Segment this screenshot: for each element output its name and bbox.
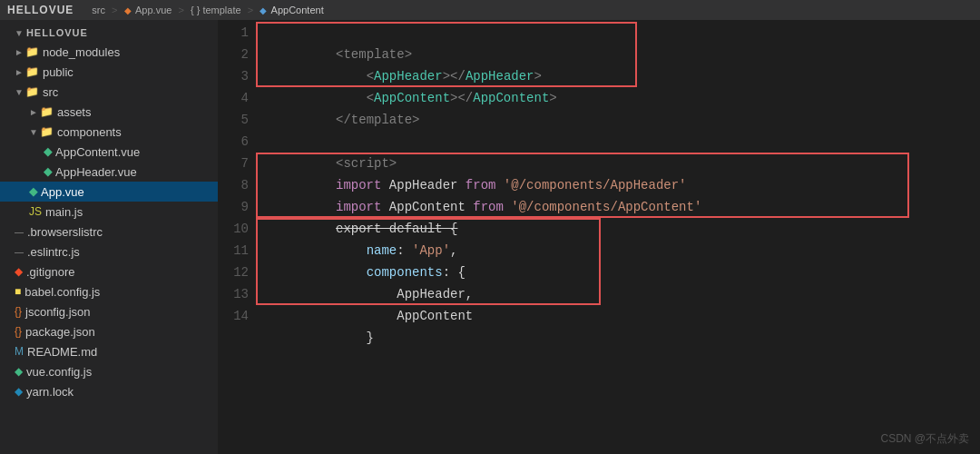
- sidebar-label: package.json: [25, 325, 95, 339]
- breadcrumb-src: src: [92, 5, 105, 15]
- sidebar-item-appcontent[interactable]: ◆ AppContent.vue: [0, 142, 218, 162]
- js-file-icon: JS: [29, 205, 42, 218]
- folder-icon: 📁: [40, 125, 54, 138]
- rc-file-icon: —: [15, 227, 24, 237]
- sidebar-item-hellovue[interactable]: ▼ HELLOVUE: [0, 24, 218, 42]
- code-line-4: </template>: [256, 87, 980, 109]
- vue-file-icon: ◆: [44, 145, 52, 158]
- git-file-icon: ◆: [15, 265, 23, 278]
- sidebar-label: vue.config.js: [26, 365, 92, 379]
- sidebar-item-babel-config[interactable]: ■ babel.config.js: [0, 281, 218, 301]
- json-file-icon: {}: [15, 305, 22, 318]
- expand-arrow: ▼: [29, 127, 38, 137]
- expand-arrow: ▼: [15, 28, 24, 38]
- vue-file-icon: ◆: [44, 165, 52, 178]
- breadcrumb-sep2: >: [178, 5, 186, 15]
- vue-file-icon: ◆: [29, 185, 37, 198]
- sidebar-label: README.md: [27, 345, 97, 359]
- sidebar-label: .browserslistrc: [27, 225, 103, 239]
- folder-icon: 📁: [25, 45, 39, 58]
- breadcrumb-template: { } template: [191, 5, 241, 15]
- code-line-13: AppContent: [256, 283, 980, 305]
- breadcrumb-sep1: >: [112, 5, 120, 15]
- sidebar-label: components: [57, 125, 122, 139]
- vue-icon: ◆: [124, 5, 132, 15]
- sidebar-label: yarn.lock: [26, 385, 74, 399]
- sidebar-label: main.js: [45, 205, 83, 219]
- sidebar-item-main-js[interactable]: JS main.js: [0, 202, 218, 222]
- folder-icon: 📁: [40, 105, 54, 118]
- breadcrumb-component: AppContent: [271, 5, 324, 15]
- json-file-icon: {}: [15, 325, 22, 338]
- code-line-6: <script>: [256, 131, 980, 153]
- sidebar-item-vue-config[interactable]: ◆ vue.config.js: [0, 361, 218, 381]
- watermark: CSDN @不点外卖: [880, 431, 969, 447]
- code-line-12: AppHeader,: [256, 262, 980, 283]
- sidebar-label: .gitignore: [26, 265, 74, 279]
- sidebar-label: assets: [57, 105, 92, 119]
- code-line-7: import AppHeader from '@/components/AppH…: [256, 153, 980, 174]
- code-line-5: [256, 109, 980, 131]
- code-line-11: components: {: [256, 240, 980, 262]
- component-icon: ◆: [260, 5, 267, 15]
- sidebar-label: .eslintrc.js: [27, 245, 80, 259]
- sidebar-item-node-modules[interactable]: ► 📁 node_modules: [0, 42, 218, 62]
- folder-icon: 📁: [25, 65, 39, 78]
- sidebar-item-yarn-lock[interactable]: ◆ yarn.lock: [0, 381, 218, 401]
- md-file-icon: M: [15, 345, 24, 358]
- sidebar-label: AppHeader.vue: [55, 165, 137, 179]
- code-line-8: import AppContent from '@/components/App…: [256, 174, 980, 196]
- code-line-3: <AppContent></AppContent>: [256, 65, 980, 87]
- collapse-arrow: ►: [15, 47, 24, 57]
- sidebar-label: babel.config.js: [24, 285, 100, 299]
- expand-arrow: ▼: [15, 87, 24, 97]
- vue-config-icon: ◆: [15, 365, 23, 378]
- sidebar-item-src[interactable]: ▼ 📁 src: [0, 82, 218, 102]
- editor-area: 1 2 3 4 5 6 7 8 9 10 11 12 13 14: [218, 20, 980, 454]
- sidebar-item-jsconfig[interactable]: {} jsconfig.json: [0, 301, 218, 321]
- sidebar-item-assets[interactable]: ► 📁 assets: [0, 102, 218, 122]
- sidebar-label: App.vue: [41, 185, 84, 199]
- line-numbers: 1 2 3 4 5 6 7 8 9 10 11 12 13 14: [218, 20, 256, 454]
- sidebar-label: src: [43, 85, 58, 99]
- titlebar: HELLOVUE src > ◆ App.vue > { } template …: [0, 0, 980, 20]
- sidebar-item-gitignore[interactable]: ◆ .gitignore: [0, 262, 218, 281]
- code-line-1: <template>: [256, 22, 980, 44]
- sidebar-item-public[interactable]: ► 📁 public: [0, 62, 218, 82]
- code-line-9: export default {: [256, 196, 980, 218]
- folder-icon: 📁: [25, 85, 39, 98]
- sidebar-item-app-vue[interactable]: ◆ App.vue: [0, 182, 218, 202]
- titlebar-title: HELLOVUE: [7, 4, 74, 16]
- collapse-arrow: ►: [29, 107, 38, 117]
- code-line-10: name: 'App',: [256, 218, 980, 240]
- sidebar-item-browserslistrc[interactable]: — .browserslistrc: [0, 222, 218, 242]
- sidebar: ▼ HELLOVUE ► 📁 node_modules ► 📁 public ▼…: [0, 20, 218, 454]
- sidebar-label: HELLOVUE: [26, 27, 88, 38]
- sidebar-item-eslintrc[interactable]: — .eslintrc.js: [0, 242, 218, 262]
- sidebar-item-appheader[interactable]: ◆ AppHeader.vue: [0, 162, 218, 182]
- code-lines: <template> <AppHeader></AppHeader> <AppC…: [256, 20, 980, 454]
- yarn-file-icon: ◆: [15, 385, 23, 398]
- sidebar-item-readme[interactable]: M README.md: [0, 341, 218, 361]
- sidebar-item-components[interactable]: ▼ 📁 components: [0, 122, 218, 142]
- sidebar-label: AppContent.vue: [55, 145, 140, 159]
- breadcrumb-file: App.vue: [135, 5, 172, 15]
- code-line-2: <AppHeader></AppHeader>: [256, 44, 980, 65]
- code-line-14: }: [256, 305, 980, 327]
- breadcrumb-sep3: >: [248, 5, 256, 15]
- titlebar-breadcrumb: src > ◆ App.vue > { } template > ◆ AppCo…: [92, 5, 323, 15]
- sidebar-label: node_modules: [43, 45, 120, 59]
- sidebar-label: public: [43, 65, 74, 79]
- sidebar-label: jsconfig.json: [25, 305, 91, 319]
- rc-file-icon: —: [15, 247, 24, 257]
- babel-file-icon: ■: [15, 285, 21, 298]
- collapse-arrow: ►: [15, 67, 24, 77]
- sidebar-item-package-json[interactable]: {} package.json: [0, 321, 218, 341]
